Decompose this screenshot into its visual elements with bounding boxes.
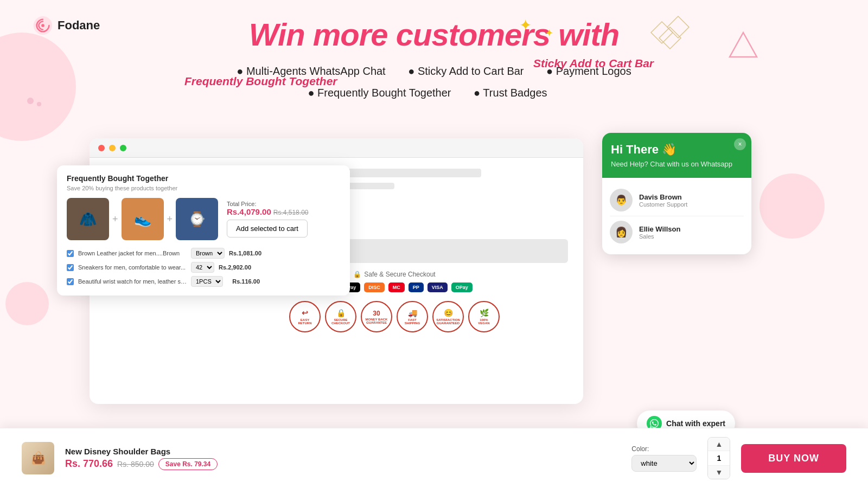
sticky-quantity-control: ▲ 1 ▼ — [707, 437, 730, 479]
lock-icon: 🔒 — [353, 271, 361, 278]
badge-return: ↩EASYRETURN — [289, 301, 321, 332]
logo: Fodane — [33, 15, 100, 36]
fbt-item-name-2: Sneakers for men, comfortable to wear... — [78, 264, 187, 271]
main-content-area: 🔒 Safe & Secure Checkout AMEX Pay DISC M… — [90, 138, 583, 404]
wa-greeting: Hi There 👋 — [611, 143, 743, 157]
sticky-save-badge: Save Rs. 79.34 — [158, 458, 218, 470]
discover-logo: DISC — [364, 282, 385, 292]
wa-header: × Hi There 👋 Need Help? Chat with us on … — [602, 133, 751, 178]
fbt-item-variant-1[interactable]: Brown — [191, 248, 225, 259]
qty-value: 1 — [708, 451, 730, 466]
badge-shipping: 🚚FASTSHIPPING — [397, 301, 428, 332]
fbt-prices: Rs.4,079.00 Rs.4,518.00 — [227, 207, 308, 216]
wa-agent-2-info: Ellie Willson Sales — [639, 225, 680, 240]
fbt-checkbox-3[interactable] — [67, 278, 74, 285]
fbt-section-label: Frequently Bought Together — [184, 75, 337, 88]
badge-secure: 🔒SECURECHECKOUT — [325, 301, 356, 332]
wa-agents-list: 👨 Davis Brown Customer Support 👩 Ellie W… — [602, 178, 751, 254]
sticky-old-price: Rs. 850.00 — [117, 460, 154, 468]
svg-point-2 — [41, 24, 44, 27]
fbt-new-price: Rs.4,079.00 — [227, 207, 271, 216]
wa-subtext: Need Help? Chat with us on Whatsapp — [611, 160, 743, 168]
deco-blob-2 — [760, 174, 825, 239]
sticky-add-to-cart-bar: 👜 New Disney Shoulder Bags Rs. 770.66 Rs… — [0, 428, 868, 488]
wa-agent-1-name: Davis Brown — [639, 193, 687, 201]
fbt-item-2: Sneakers for men, comfortable to wear...… — [67, 262, 340, 273]
feature-2: ● Sticky Add to Cart Bar — [408, 65, 524, 77]
logo-icon — [33, 15, 53, 36]
qty-decrease-button[interactable]: ▼ — [708, 466, 730, 479]
wa-avatar-2: 👩 — [610, 221, 633, 243]
sticky-new-price: Rs. 770.66 — [65, 458, 113, 470]
badge-satisfaction: 😊SATISFACTIONGUARANTEED — [432, 301, 464, 332]
browser-dot-green — [120, 145, 126, 151]
whatsapp-widget: × Hi There 👋 Need Help? Chat with us on … — [602, 133, 751, 254]
fbt-items-list: Brown Leather jacket for men....Brown Br… — [67, 248, 340, 287]
fbt-item-name-3: Beautiful wrist watch for men, leather s… — [78, 278, 187, 285]
fbt-item-variant-2[interactable]: 42 — [191, 262, 214, 273]
sticky-price-row: Rs. 770.66 Rs. 850.00 Save Rs. 79.34 — [65, 458, 621, 470]
mastercard-logo: MC — [388, 282, 405, 292]
sticky-product-info: New Disney Shoulder Bags Rs. 770.66 Rs. … — [65, 447, 621, 470]
payment-label-text: Safe & Secure Checkout — [364, 271, 435, 278]
fbt-subtitle: Save 20% buying these products together — [67, 185, 340, 191]
fbt-products-row: 🧥 + 👟 + ⌚ Total Price: Rs.4,079.00 Rs.4,… — [67, 198, 340, 240]
sticky-section-label: Sticky Add to Cart Bar — [533, 57, 654, 70]
fbt-add-button[interactable]: Add selected to cart — [227, 220, 308, 237]
feature-5: ● Trust Badges — [474, 87, 547, 99]
fbt-item-1: Brown Leather jacket for men....Brown Br… — [67, 248, 340, 259]
fbt-item-variant-3[interactable]: 1PCS — [191, 276, 223, 287]
sticky-color-select[interactable]: white black pink — [631, 455, 697, 472]
buy-now-button[interactable]: BUY NOW — [741, 444, 846, 473]
fbt-item-price-2: Rs.2,902.00 — [219, 264, 251, 271]
fbt-item-price-1: Rs.1,081.00 — [229, 250, 261, 256]
chat-expert-label: Chat with expert — [666, 419, 725, 428]
wa-agent-1[interactable]: 👨 Davis Brown Customer Support — [610, 184, 744, 216]
fbt-title: Frequently Bought Together — [67, 174, 340, 183]
wa-close-button[interactable]: × — [734, 138, 746, 150]
opay-logo: OPay — [451, 282, 473, 292]
qty-increase-button[interactable]: ▲ — [708, 438, 730, 451]
sticky-color-selector: Color: white black pink — [631, 445, 697, 472]
hero-title: Win more customers with — [0, 16, 868, 53]
fbt-item-price-3: Rs.116.00 — [227, 278, 260, 285]
wa-agent-2-role: Sales — [639, 233, 680, 240]
browser-chrome — [90, 138, 583, 158]
fbt-card: Frequently Bought Together Save 20% buyi… — [57, 165, 350, 296]
sticky-product-image: 👜 — [22, 442, 54, 474]
wa-avatar-1: 👨 — [610, 189, 633, 211]
fbt-item-name-1: Brown Leather jacket for men....Brown — [78, 250, 187, 256]
wa-agent-1-info: Davis Brown Customer Support — [639, 193, 687, 208]
browser-dot-yellow — [109, 145, 116, 151]
fbt-checkbox-1[interactable] — [67, 250, 74, 257]
fbt-product-sneaker: 👟 — [122, 198, 164, 240]
logo-text: Fodane — [58, 18, 100, 33]
fbt-product-jacket: 🧥 — [67, 198, 109, 240]
sticky-product-name: New Disney Shoulder Bags — [65, 447, 621, 456]
hero-section: Win more customers with ● Multi-Agents W… — [0, 0, 868, 104]
fbt-total-label: Total Price: — [227, 201, 308, 207]
fbt-plus-1: + — [112, 214, 118, 225]
fbt-plus-2: + — [167, 214, 173, 225]
sticky-product-img-content: 👜 — [22, 442, 54, 474]
fbt-checkbox-2[interactable] — [67, 264, 74, 271]
visa-logo: VISA — [427, 282, 448, 292]
badge-vegan: 🌿100%VEGAN — [468, 301, 500, 332]
wa-agent-1-role: Customer Support — [639, 201, 687, 208]
wa-agent-2[interactable]: 👩 Ellie Willson Sales — [610, 216, 744, 248]
hero-features: ● Multi-Agents WhatsApp Chat ● Sticky Ad… — [0, 60, 868, 104]
paypal-logo: PP — [409, 282, 424, 292]
fbt-old-price: Rs.4,518.00 — [273, 209, 309, 216]
fbt-item-3: Beautiful wrist watch for men, leather s… — [67, 276, 340, 287]
feature-4: ● Frequently Bought Together — [308, 87, 451, 99]
trust-badges: ↩EASYRETURN 🔒SECURECHECKOUT 30MONEY BACK… — [221, 301, 568, 332]
qty-stepper: ▲ 1 ▼ — [707, 437, 730, 479]
wa-agent-2-name: Ellie Willson — [639, 225, 680, 233]
badge-money: 30MONEY BACKGUARANTEE — [361, 301, 392, 332]
sticky-color-label: Color: — [631, 445, 697, 453]
fbt-product-watch: ⌚ — [176, 198, 218, 240]
browser-dot-red — [98, 145, 105, 151]
fbt-price-section: Total Price: Rs.4,079.00 Rs.4,518.00 Add… — [227, 201, 308, 237]
deco-blob-3 — [5, 282, 49, 325]
